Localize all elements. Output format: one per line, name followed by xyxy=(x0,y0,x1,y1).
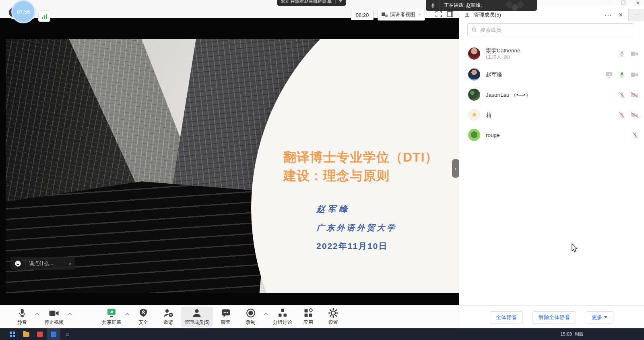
share-screen-icon xyxy=(106,308,117,318)
slide-date: 2022年11月10日 xyxy=(316,240,388,252)
os-taskbar: ≣ 15:03 周四 xyxy=(0,328,644,340)
meeting-timer[interactable]: 07:56 xyxy=(11,0,35,23)
person-icon xyxy=(464,12,471,18)
chevron-up-icon[interactable] xyxy=(67,312,72,316)
apps-icon xyxy=(303,308,314,318)
toolbar-share-screen-button[interactable]: 共享屏幕 xyxy=(98,307,125,327)
screen-share-icon[interactable] xyxy=(605,71,613,78)
quick-chat-placeholder[interactable]: 说点什么... xyxy=(29,260,53,267)
fullscreen-button[interactable] xyxy=(435,10,443,18)
smiley-icon[interactable] xyxy=(14,260,21,267)
toolbar-record-button[interactable]: 录制 xyxy=(238,307,263,327)
toolbar-label: 邀请 xyxy=(163,319,173,326)
camera-icon[interactable] xyxy=(631,72,638,78)
camera-muted-icon[interactable] xyxy=(631,92,638,98)
toolbar-label: 录制 xyxy=(246,319,256,326)
slide-affiliation: 广东外语外贸大学 xyxy=(316,222,397,233)
view-selector-label: 演讲者视图 xyxy=(390,11,415,18)
toolbar-label: 安全 xyxy=(138,319,148,326)
participant-row[interactable]: 莉 xyxy=(459,105,644,125)
camera-muted-icon[interactable] xyxy=(631,112,638,118)
chevron-up-icon[interactable] xyxy=(263,312,268,316)
panel-collapse-handle[interactable]: ‹ xyxy=(452,159,459,178)
chevron-down-icon[interactable] xyxy=(339,0,342,2)
slide-title-line1: 翻译博士专业学位（DTI） xyxy=(283,148,459,166)
slide-title: 翻译博士专业学位（DTI） 建设：理念与原则 xyxy=(283,148,459,185)
mic-muted-icon[interactable] xyxy=(619,91,625,98)
toolbar-label: 共享屏幕 xyxy=(102,319,121,326)
member-search[interactable] xyxy=(467,23,633,36)
file-explorer-icon[interactable] xyxy=(19,328,33,340)
unmute-all-button[interactable]: 解除全体静音 xyxy=(533,311,576,323)
mic-icon xyxy=(426,0,440,11)
mic-muted-icon[interactable] xyxy=(632,132,638,139)
more-button[interactable]: 更多 xyxy=(586,311,613,323)
participant-role: (主持人, 我) xyxy=(486,54,520,60)
mute-all-button[interactable]: 全体静音 xyxy=(490,311,523,323)
signal-bar xyxy=(46,14,47,19)
close-panel-button[interactable]: ✕ xyxy=(618,12,623,18)
chevron-up-icon[interactable] xyxy=(125,312,130,316)
toolbar-apps-button[interactable]: 应用 xyxy=(296,307,321,327)
camera-icon[interactable] xyxy=(631,51,638,57)
toolbar-shield-button[interactable]: 安全 xyxy=(131,307,156,327)
participant-text: rouge xyxy=(486,132,500,139)
participant-row[interactable]: 雯雯Catherine(主持人, 我) xyxy=(459,43,644,64)
taskbar-app-icon[interactable]: ≣ xyxy=(60,328,74,340)
quick-chat-bar[interactable]: 说点什么... ‹ xyxy=(10,257,75,270)
mic-icon[interactable] xyxy=(619,50,625,57)
taskbar-app-icon-active[interactable] xyxy=(47,328,60,340)
taskbar-clock[interactable]: 15:03 周四 xyxy=(560,332,584,337)
toolbar-invite-button[interactable]: 邀请 xyxy=(156,307,181,327)
chevron-down-icon xyxy=(418,14,421,16)
participant-name: JasonLau （•—•） xyxy=(486,91,531,98)
mic-active-icon[interactable] xyxy=(619,71,625,78)
signal-bar xyxy=(44,15,45,19)
participant-name: 雯雯Catherine xyxy=(486,47,520,54)
toolbar-camera-button[interactable]: 停止视频 xyxy=(41,307,67,327)
members-panel: 管理成员(5) ··· ✕ ≡ 雯雯Catherine(主持人, 我)赵军峰Ja… xyxy=(459,6,644,328)
participant-row[interactable]: rouge xyxy=(459,125,644,145)
meeting-toolbar: 静音停止视频共享屏幕安全邀请管理成员(5)聊天录制分组讨论应用设置 xyxy=(0,305,459,328)
settings-icon xyxy=(328,308,339,318)
network-signal-indicator[interactable] xyxy=(38,10,50,22)
start-menu-icon[interactable] xyxy=(6,328,19,340)
chevron-left-icon[interactable]: ‹ xyxy=(69,261,71,267)
hamburger-menu-icon[interactable]: ≡ xyxy=(628,9,644,21)
view-selector[interactable]: 演讲者视图 xyxy=(378,9,425,21)
participant-row[interactable]: 赵军峰 xyxy=(459,64,644,85)
more-options-icon[interactable]: ··· xyxy=(605,13,612,17)
members-panel-title: 管理成员(5) xyxy=(474,11,501,19)
taskbar-day: 周四 xyxy=(574,332,584,337)
toolbar-mic-button[interactable]: 静音 xyxy=(10,307,35,327)
member-search-input[interactable] xyxy=(479,27,633,33)
toolbar-breakout-button[interactable]: 分组讨论 xyxy=(269,307,296,327)
toolbar-settings-button[interactable]: 设置 xyxy=(321,307,346,327)
divider xyxy=(335,0,336,4)
breakout-icon xyxy=(277,308,288,318)
toolbar-members-button[interactable]: 管理成员(5) xyxy=(181,307,213,327)
side-panel-toggle-button[interactable] xyxy=(446,10,454,18)
participant-text: 赵军峰 xyxy=(486,71,502,78)
mic-muted-icon[interactable] xyxy=(619,112,625,118)
slide-title-line2: 建设：理念与原则 xyxy=(283,166,459,185)
meeting-clock: 08:20 xyxy=(351,10,374,20)
chevron-up-icon[interactable] xyxy=(35,312,40,316)
watching-screen-banner[interactable]: 您正在观看赵军峰的屏幕 xyxy=(277,0,346,6)
shared-screen-region: 翻译博士专业学位（DTI） 建设：理念与原则 赵军峰 广东外语外贸大学 2022… xyxy=(0,18,459,305)
participant-row[interactable]: JasonLau （•—•） xyxy=(459,85,644,105)
record-icon xyxy=(246,308,256,318)
toolbar-label: 静音 xyxy=(17,319,27,326)
participant-name: rouge xyxy=(486,132,500,139)
close-window-button[interactable]: ✕ xyxy=(636,0,640,5)
shield-icon xyxy=(138,308,148,318)
minimize-button[interactable]: ─ xyxy=(607,0,611,5)
signal-bar xyxy=(42,17,43,19)
toolbar-chat-button[interactable]: 聊天 xyxy=(213,307,238,327)
avatar xyxy=(468,89,480,101)
toolbar-label: 分组讨论 xyxy=(273,319,292,326)
avatar xyxy=(468,129,480,141)
avatar xyxy=(468,48,480,60)
maximize-button[interactable]: ❐ xyxy=(621,0,625,5)
taskbar-app-icon-red[interactable] xyxy=(33,328,47,340)
